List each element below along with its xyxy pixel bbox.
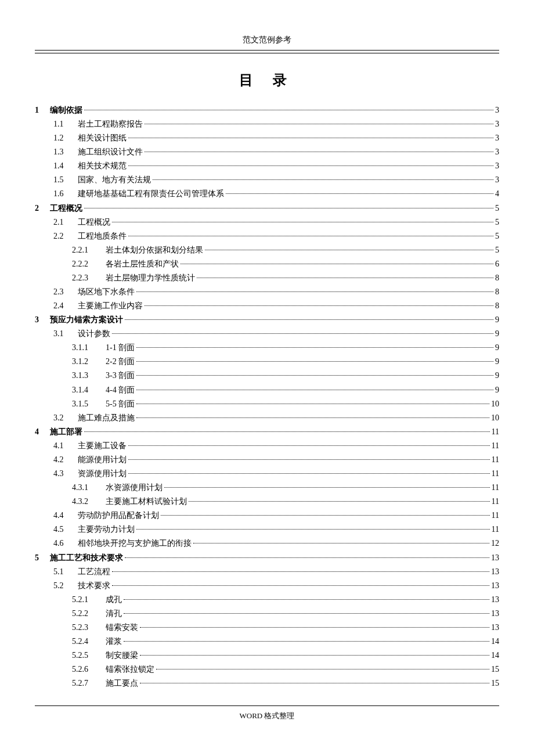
toc-entry-label: 施工工艺和技术要求: [50, 551, 123, 565]
toc-entry-page: 5: [495, 201, 499, 215]
toc-entry[interactable]: 5.2.3锚索安装13: [35, 621, 499, 635]
toc-entry[interactable]: 1.4相关技术规范3: [35, 159, 499, 173]
toc-entry-page: 3: [495, 103, 499, 117]
toc-dot-leader: [197, 278, 493, 278]
toc-dot-leader: [128, 236, 493, 236]
toc-entry-number: 5.2: [53, 579, 78, 593]
toc-entry-page: 13: [491, 621, 499, 635]
toc-dot-leader: [140, 655, 489, 656]
toc-entry-label: 岩土层物理力学性质统计: [106, 271, 195, 285]
toc-entry[interactable]: 4.2能源使用计划11: [35, 453, 499, 467]
toc-entry-label: 2-2 剖面: [106, 355, 135, 369]
toc-entry-number: 5.1: [53, 565, 78, 579]
toc-entry-number: 5.2.7: [72, 676, 106, 690]
toc-entry-page: 9: [495, 327, 499, 341]
toc-entry[interactable]: 3.1.44-4 剖面9: [35, 383, 499, 397]
page-title: 目 录: [35, 71, 499, 89]
toc-entry-label: 能源使用计划: [78, 453, 127, 467]
toc-dot-leader: [136, 417, 489, 418]
toc-entry[interactable]: 1.3施工组织设计文件3: [35, 145, 499, 159]
toc-entry[interactable]: 4.3资源使用计划11: [35, 467, 499, 481]
toc-entry-number: 2.1: [53, 215, 78, 229]
toc-entry[interactable]: 4.5主要劳动力计划11: [35, 523, 499, 537]
toc-entry[interactable]: 5.2.7施工要点15: [35, 676, 499, 690]
toc-entry[interactable]: 1.5国家、地方有关法规3: [35, 173, 499, 187]
toc-entry[interactable]: 5施工工艺和技术要求13: [35, 551, 499, 565]
toc-entry-page: 13: [491, 551, 499, 565]
toc-entry[interactable]: 2.2.2各岩土层性质和产状6: [35, 257, 499, 271]
toc-entry-page: 8: [495, 285, 499, 299]
toc-entry[interactable]: 2.2.3岩土层物理力学性质统计8: [35, 271, 499, 285]
toc-entry[interactable]: 3.2施工难点及措施10: [35, 411, 499, 425]
toc-entry-number: 3.1.3: [72, 369, 106, 383]
toc-entry[interactable]: 2工程概况5: [35, 201, 499, 215]
toc-entry[interactable]: 5.2.6锚索张拉锁定15: [35, 663, 499, 676]
toc-entry[interactable]: 3.1.33-3 剖面9: [35, 369, 499, 383]
toc-entry[interactable]: 5.2.4灌浆14: [35, 635, 499, 649]
toc-entry-page: 9: [495, 341, 499, 355]
toc-entry[interactable]: 2.3场区地下水条件8: [35, 285, 499, 299]
toc-entry[interactable]: 2.2.1岩土体划分依据和划分结果5: [35, 243, 499, 257]
toc-entry-label: 工艺流程: [78, 565, 110, 579]
toc-entry-page: 14: [491, 635, 499, 649]
toc-entry-label: 施工组织设计文件: [78, 145, 143, 159]
toc-entry[interactable]: 3.1.11-1 剖面9: [35, 341, 499, 355]
toc-entry-label: 主要施工设备: [78, 439, 127, 453]
toc-entry-label: 施工难点及措施: [78, 411, 135, 425]
toc-dot-leader: [164, 487, 490, 488]
toc-entry-number: 4.5: [53, 523, 78, 537]
toc-entry[interactable]: 4施工部署11: [35, 425, 499, 439]
toc-entry-number: 5.2.4: [72, 635, 106, 649]
toc-entry-page: 3: [495, 173, 499, 187]
toc-entry[interactable]: 4.3.2主要施工材料试验计划11: [35, 495, 499, 509]
toc-dot-leader: [125, 319, 493, 320]
toc-entry-page: 12: [491, 537, 499, 550]
toc-entry-page: 5: [495, 215, 499, 229]
toc-entry-number: 1.4: [53, 159, 78, 173]
toc-entry-number: 4.1: [53, 439, 78, 453]
toc-dot-leader: [156, 669, 489, 669]
footer-line: [35, 705, 499, 706]
toc-entry-number: 1.5: [53, 173, 78, 187]
toc-entry-label: 预应力锚索方案设计: [50, 313, 123, 327]
toc-entry[interactable]: 2.4主要施工作业内容8: [35, 299, 499, 313]
toc-entry-number: 5.2.5: [72, 649, 106, 663]
toc-entry-number: 1.6: [53, 187, 78, 201]
toc-entry-number: 3.1.1: [72, 341, 106, 355]
toc-dot-leader: [112, 333, 493, 334]
toc-entry-number: 3.1.4: [72, 383, 106, 397]
toc-entry[interactable]: 2.1工程概况5: [35, 215, 499, 229]
toc-entry-page: 6: [495, 257, 499, 271]
toc-entry[interactable]: 1.1岩土工程勘察报告3: [35, 117, 499, 131]
toc-entry-number: 5.2.1: [72, 593, 106, 607]
toc-dot-leader: [128, 165, 493, 166]
toc-entry[interactable]: 5.2.1成孔13: [35, 593, 499, 607]
toc-entry[interactable]: 5.2技术要求13: [35, 579, 499, 593]
toc-dot-leader: [153, 179, 493, 180]
toc-entry[interactable]: 4.1主要施工设备11: [35, 439, 499, 453]
toc-entry-page: 9: [495, 355, 499, 369]
toc-entry-number: 1.3: [53, 145, 78, 159]
toc-entry[interactable]: 5.2.5制安腰梁14: [35, 649, 499, 663]
toc-entry[interactable]: 4.3.1水资源使用计划11: [35, 481, 499, 495]
toc-entry[interactable]: 1.6建研地基基础工程有限责任公司管理体系4: [35, 187, 499, 201]
toc-entry-number: 3.2: [53, 411, 78, 425]
toc-entry[interactable]: 5.2.2清孔13: [35, 607, 499, 621]
toc-entry[interactable]: 1.2相关设计图纸3: [35, 131, 499, 145]
toc-entry[interactable]: 2.2工程地质条件5: [35, 229, 499, 243]
toc-entry[interactable]: 4.6相邻地块开挖与支护施工的衔接12: [35, 537, 499, 550]
toc-dot-leader: [128, 138, 493, 138]
toc-entry[interactable]: 1编制依据3: [35, 103, 499, 117]
toc-dot-leader: [140, 627, 489, 628]
toc-dot-leader: [226, 193, 493, 194]
toc-entry-page: 3: [495, 145, 499, 159]
toc-entry[interactable]: 3.1.55-5 剖面10: [35, 397, 499, 411]
toc-entry[interactable]: 3.1.22-2 剖面9: [35, 355, 499, 369]
toc-entry-number: 2.2.3: [72, 271, 106, 285]
toc-entry[interactable]: 3.1设计参数9: [35, 327, 499, 341]
toc-entry-page: 11: [492, 523, 499, 537]
toc-entry[interactable]: 4.4劳动防护用品配备计划11: [35, 509, 499, 523]
toc-entry[interactable]: 3预应力锚索方案设计9: [35, 313, 499, 327]
toc-entry-page: 13: [491, 579, 499, 593]
toc-entry[interactable]: 5.1工艺流程13: [35, 565, 499, 579]
